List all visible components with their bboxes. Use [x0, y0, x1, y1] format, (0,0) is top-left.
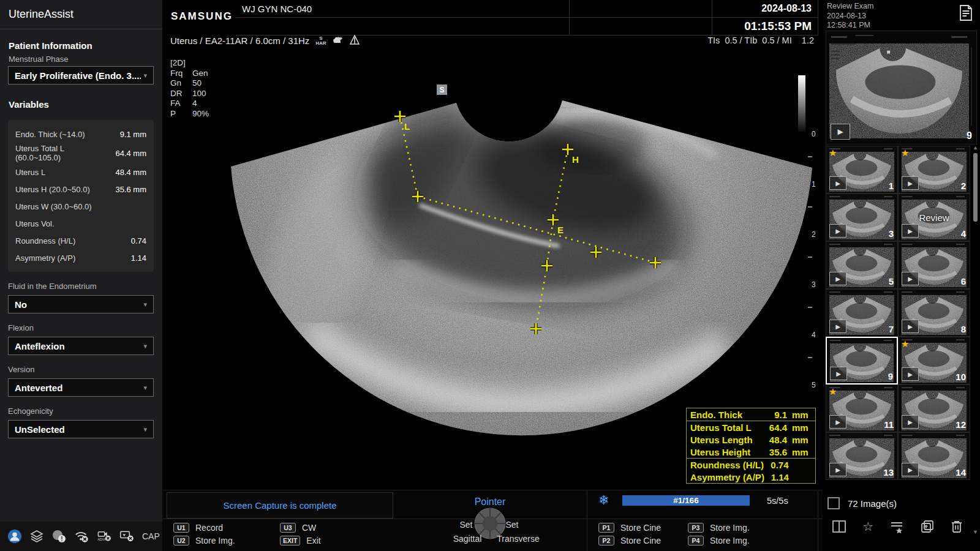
softkey[interactable]: P1 Store Cine: [598, 522, 661, 533]
depth-label: 1: [812, 180, 816, 189]
play-button[interactable]: ▶: [829, 224, 846, 238]
favorite-list-icon[interactable]: [890, 520, 903, 533]
play-button[interactable]: ▶: [829, 272, 846, 285]
softkey-badge: U3: [280, 523, 296, 533]
cine-frame-counter: #1/166: [673, 496, 698, 505]
variable-value: 1.14: [131, 253, 146, 263]
thumbnail[interactable]: ▶ 13: [826, 432, 898, 480]
softkey[interactable]: EXIT Exit: [280, 534, 321, 546]
thumbnail-number: 3: [889, 228, 894, 239]
select-dropdown[interactable]: UnSelected ▾: [8, 420, 154, 438]
softkey-label: CW: [302, 523, 316, 533]
select-value: UnSelected: [15, 424, 141, 435]
depth-tick: [808, 357, 812, 358]
softkey-label: Store Img.: [710, 536, 750, 545]
menstrual-phase-dropdown[interactable]: Early Proliferative (Endo. 3.... ▾: [8, 66, 154, 84]
thumbnail[interactable]: ★ ▶ 11: [826, 384, 898, 432]
svg-text:!: !: [61, 536, 62, 542]
thumbnail[interactable]: Review ▶ 4: [898, 193, 970, 241]
variable-row: Uterus W (30.0~60.0): [15, 198, 146, 215]
softkey-label: Store Cine: [620, 523, 661, 533]
thumbnail-number: 11: [884, 419, 894, 430]
select-dropdown[interactable]: Anteverted ▾: [8, 378, 154, 397]
play-button[interactable]: ▶: [902, 224, 919, 238]
grayscale-bar: [798, 75, 805, 132]
thumbnail[interactable]: ▶ 8: [898, 289, 970, 337]
softkey[interactable]: P3 Store Img.: [688, 522, 750, 533]
image-count-row: 72 Image(s): [827, 497, 897, 509]
play-button[interactable]: ▶: [902, 320, 919, 333]
set-left-label[interactable]: Set: [459, 520, 472, 530]
ultrasound-app: UterineAssist Patient Information Menstr…: [0, 0, 980, 551]
play-button[interactable]: ▶: [829, 176, 846, 190]
depth-label: 2: [812, 230, 816, 239]
select-value: Anteverted: [15, 383, 141, 393]
play-button[interactable]: ▶: [829, 463, 846, 476]
selected-image-preview[interactable]: ▶ 9: [826, 31, 977, 144]
softkey-footer: Screen Capture is complete U1 Record U2 …: [162, 490, 823, 551]
sidebar-select-group: Fluid in the Endometrium No ▾: [8, 282, 154, 313]
svg-text:E: E: [557, 225, 564, 235]
play-button[interactable]: ▶: [830, 367, 847, 380]
play-button[interactable]: ▶: [902, 176, 919, 190]
export-images-icon[interactable]: [921, 520, 934, 533]
report-icon[interactable]: [959, 5, 973, 23]
status-message: Screen Capture is complete: [223, 500, 336, 511]
softkey-badge: U2: [173, 536, 189, 545]
variables-heading: Variables: [9, 99, 49, 110]
svg-text:H: H: [572, 154, 579, 165]
softkey[interactable]: U3 CW: [280, 522, 321, 533]
thumbnail[interactable]: ▶ 9: [826, 337, 898, 384]
star-icon: ★: [829, 386, 837, 397]
select-all-checkbox[interactable]: [827, 497, 840, 509]
softkey[interactable]: U2 Store Img.: [173, 534, 235, 546]
play-button[interactable]: ▶: [902, 415, 919, 429]
status-message-box: Screen Capture is complete: [167, 492, 393, 519]
select-value: Anteflexion: [15, 341, 141, 351]
thumbnail[interactable]: ▶ 3: [826, 193, 898, 241]
select-dropdown[interactable]: No ▾: [8, 295, 154, 313]
scroll-down-icon[interactable]: ▼: [973, 529, 978, 535]
select-dropdown[interactable]: Anteflexion ▾: [8, 337, 154, 355]
thumbnail[interactable]: ★ ▶ 10: [898, 337, 970, 384]
play-button[interactable]: ▶: [829, 320, 846, 333]
play-button[interactable]: ▶: [902, 367, 919, 381]
thumbnail[interactable]: ★ ▶ 1: [826, 146, 898, 193]
softkey-label: Store Img.: [195, 536, 235, 545]
play-button[interactable]: ▶: [829, 415, 846, 429]
thumbnail[interactable]: ▶ 14: [898, 432, 970, 480]
play-button[interactable]: ▶: [902, 463, 919, 476]
softkey[interactable]: P2 Store Cine: [598, 534, 661, 546]
favorite-icon[interactable]: ☆: [862, 519, 873, 534]
orientation-marker-badge: S: [437, 84, 447, 95]
pkeys-column-1: P1 Store Cine P2 Store Cine: [598, 522, 661, 547]
sagittal-label[interactable]: Sagittal: [453, 534, 482, 544]
scroll-up-icon[interactable]: ▲: [973, 144, 978, 151]
play-button[interactable]: ▶: [831, 124, 850, 140]
delete-icon[interactable]: [951, 520, 963, 533]
depth-label: 5: [812, 381, 816, 389]
depth-tick: [808, 156, 812, 157]
thumbnail-number: 2: [961, 181, 966, 191]
sidebar-status-bar: ! ADVR CAP ∧: [0, 522, 162, 551]
cine-progress-bar[interactable]: #1/166: [622, 495, 750, 506]
thumbnail[interactable]: ★ ▶ 2: [898, 146, 970, 193]
play-button[interactable]: ▶: [902, 272, 919, 285]
scrollbar-thumb[interactable]: [973, 153, 978, 222]
measurement-row: Roundness (H/L) 0.74: [687, 459, 815, 471]
softkey-badge: P2: [598, 536, 614, 545]
set-right-label[interactable]: Set: [505, 520, 518, 530]
transverse-label[interactable]: Transverse: [497, 534, 540, 544]
star-icon: ★: [901, 339, 909, 350]
cast-off-icon: [119, 528, 134, 544]
compare-layout-icon[interactable]: [832, 520, 846, 533]
thumbnail[interactable]: ▶ 7: [826, 289, 898, 337]
thumbnail[interactable]: ▶ 5: [826, 241, 898, 289]
divider: [587, 490, 587, 551]
softkey[interactable]: P4 Store Img.: [688, 534, 750, 546]
thumbnail[interactable]: ▶ 12: [898, 384, 970, 432]
user-icon[interactable]: [7, 528, 22, 544]
thumbnail[interactable]: ▶ 6: [898, 241, 970, 289]
snowflake-icon: ❄: [598, 493, 609, 508]
softkey[interactable]: U1 Record: [173, 522, 235, 533]
